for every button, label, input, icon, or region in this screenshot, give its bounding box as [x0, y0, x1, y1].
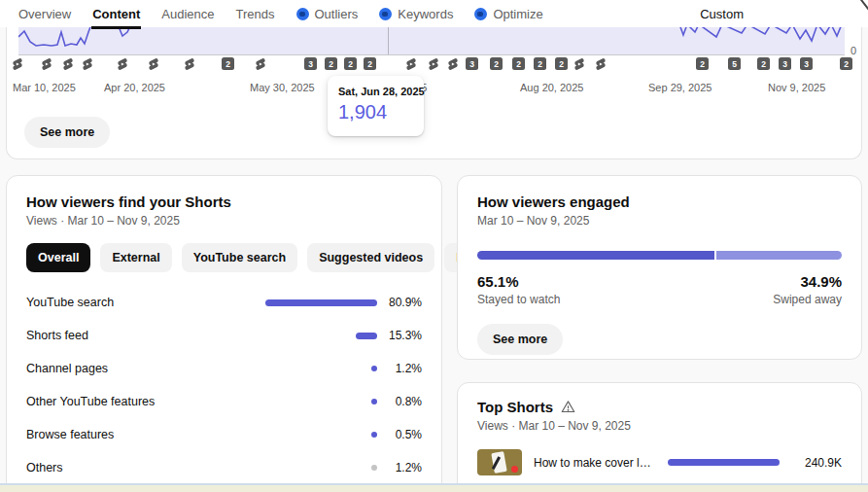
- shorts-published-icon[interactable]: [594, 57, 608, 71]
- traffic-source-row[interactable]: Others1.2%: [26, 451, 422, 484]
- videos-published-count-badge[interactable]: 5: [728, 57, 741, 70]
- videos-published-count-badge[interactable]: 2: [222, 57, 234, 70]
- chip-overall[interactable]: Overall: [26, 243, 90, 272]
- videos-published-count-badge[interactable]: 2: [696, 57, 709, 70]
- date-tick-label: Mar 10, 2025: [13, 82, 76, 93]
- traffic-source-row[interactable]: Browse features0.5%: [26, 418, 422, 451]
- shorts-published-icon[interactable]: [40, 57, 53, 71]
- new-feature-badge-icon: [296, 8, 309, 20]
- chart-see-more-button[interactable]: See more: [24, 117, 110, 148]
- stayed-to-watch-stat: 65.1% Stayed to watch: [477, 273, 560, 306]
- swiped-away-segment: [716, 251, 842, 260]
- videos-published-count-badge[interactable]: 2: [344, 57, 357, 70]
- short-views-value: 240.9K: [791, 456, 842, 470]
- tooltip-date: Sat, Jun 28, 2025: [338, 86, 413, 97]
- traffic-source-label: Browse features: [26, 428, 260, 441]
- shorts-published-icon[interactable]: [183, 57, 196, 71]
- tab-optimize[interactable]: Optimize: [464, 0, 553, 27]
- traffic-sources-card: How viewers find your Shorts Views · Mar…: [6, 175, 442, 492]
- videos-published-count-badge[interactable]: 2: [364, 57, 376, 70]
- videos-published-count-badge[interactable]: 2: [512, 57, 525, 70]
- engagement-stacked-bar: [477, 251, 842, 260]
- tooltip-value: 1,904: [338, 101, 413, 123]
- date-tick-label: Sep 29, 2025: [648, 82, 712, 93]
- stayed-label: Stayed to watch: [477, 293, 560, 306]
- traffic-source-row[interactable]: Other YouTube features0.8%: [26, 385, 422, 418]
- shorts-published-icon[interactable]: [254, 57, 267, 71]
- traffic-source-row[interactable]: Channel pages1.2%: [26, 352, 422, 385]
- swiped-away-stat: 34.9% Swiped away: [773, 273, 842, 306]
- chart-plot-area[interactable]: [18, 27, 845, 54]
- traffic-source-bar: [356, 333, 377, 339]
- date-tick-label: Aug 20, 2025: [520, 82, 583, 93]
- tab-trends[interactable]: Trends: [226, 0, 286, 27]
- y-axis-zero-label: 0: [851, 45, 856, 56]
- views-line-series: [18, 27, 845, 54]
- traffic-source-list: YouTube search80.9%Shorts feed15.3%Chann…: [26, 286, 422, 484]
- traffic-source-label: Others: [26, 461, 260, 474]
- shorts-published-icon[interactable]: [147, 57, 160, 71]
- tab-audience[interactable]: Audience: [151, 0, 225, 27]
- tab-label: Outliers: [315, 7, 359, 21]
- shorts-published-icon[interactable]: [61, 57, 75, 71]
- videos-published-count-badge[interactable]: 3: [800, 57, 813, 70]
- new-feature-badge-icon: [379, 8, 392, 20]
- top-shorts-card: Top Shorts Views · Mar 10 – Nov 9, 2025 …: [457, 382, 862, 492]
- traffic-source-value: 15.3%: [377, 329, 422, 342]
- tab-label: Overview: [18, 7, 71, 21]
- short-thumbnail[interactable]: [477, 449, 522, 475]
- shorts-published-icon[interactable]: [116, 57, 129, 71]
- hover-crosshair: [388, 27, 389, 54]
- traffic-source-label: Shorts feed: [26, 329, 260, 342]
- stayed-pct: 65.1%: [477, 273, 560, 290]
- engagement-card: How viewers engaged Mar 10 – Nov 9, 2025…: [457, 175, 862, 360]
- videos-published-count-badge[interactable]: 3: [779, 57, 791, 70]
- short-title[interactable]: How to make cover letters | AI tool to m…: [534, 456, 651, 470]
- tab-keywords[interactable]: Keywords: [368, 0, 464, 27]
- traffic-source-row[interactable]: YouTube search80.9%: [26, 286, 422, 319]
- traffic-source-label: Channel pages: [26, 362, 260, 375]
- traffic-source-row[interactable]: Shorts feed15.3%: [26, 319, 422, 352]
- tab-label: Trends: [236, 7, 275, 21]
- date-tick-label: Apr 20, 2025: [104, 82, 165, 93]
- shorts-published-icon[interactable]: [404, 57, 418, 71]
- videos-published-count-badge[interactable]: 2: [490, 57, 503, 70]
- analytics-tab-bar: OverviewContentAudienceTrendsOutliersKey…: [0, 0, 868, 27]
- traffic-source-value: 1.2%: [377, 362, 422, 375]
- tab-label: Content: [92, 7, 140, 21]
- top-shorts-title: Top Shorts: [477, 399, 553, 415]
- date-tick-label: May 30, 2025: [250, 82, 315, 93]
- chip-youtube-search[interactable]: YouTube search: [182, 243, 297, 272]
- swiped-label: Swiped away: [773, 293, 842, 306]
- videos-published-count-badge[interactable]: 2: [325, 57, 337, 70]
- shorts-published-icon[interactable]: [11, 57, 24, 71]
- top-short-row[interactable]: How to make cover letters | AI tool to m…: [477, 444, 842, 480]
- engagement-card-title: How viewers engaged: [477, 193, 842, 210]
- traffic-card-title: How viewers find your Shorts: [26, 193, 422, 210]
- shorts-published-icon[interactable]: [446, 57, 460, 71]
- engagement-see-more-button[interactable]: See more: [477, 324, 563, 355]
- videos-published-count-badge[interactable]: 2: [555, 57, 568, 70]
- videos-published-count-badge[interactable]: 2: [840, 57, 852, 70]
- tab-overview[interactable]: Overview: [8, 0, 82, 27]
- tab-label: Optimize: [493, 7, 542, 21]
- videos-published-count-badge[interactable]: 2: [534, 57, 546, 70]
- shorts-published-icon[interactable]: [427, 57, 440, 71]
- videos-published-count-badge[interactable]: 3: [466, 57, 478, 70]
- shorts-published-icon[interactable]: [81, 57, 94, 71]
- videos-published-count-badge[interactable]: 2: [757, 57, 770, 70]
- x-axis-line: [18, 54, 845, 55]
- shorts-published-icon[interactable]: [573, 57, 586, 71]
- tab-content[interactable]: Content: [82, 0, 151, 27]
- videos-published-count-badge[interactable]: 3: [304, 57, 317, 70]
- chip-suggested-videos[interactable]: Suggested videos: [307, 243, 434, 272]
- traffic-source-value: 0.5%: [377, 428, 422, 441]
- chip-external[interactable]: External: [100, 243, 171, 272]
- date-range-selector[interactable]: Custom: [700, 7, 744, 21]
- published-video-markers: 2322232222252332: [7, 57, 862, 72]
- tab-outliers[interactable]: Outliers: [286, 0, 369, 27]
- traffic-source-bar: [265, 299, 377, 306]
- traffic-card-subtitle: Views · Mar 10 – Nov 9, 2025: [26, 214, 422, 228]
- x-axis-date-labels: Mar 10, 2025Apr 20, 2025May 30, 20252025…: [7, 82, 862, 95]
- chart-tooltip: Sat, Jun 28, 2025 1,904: [328, 76, 424, 136]
